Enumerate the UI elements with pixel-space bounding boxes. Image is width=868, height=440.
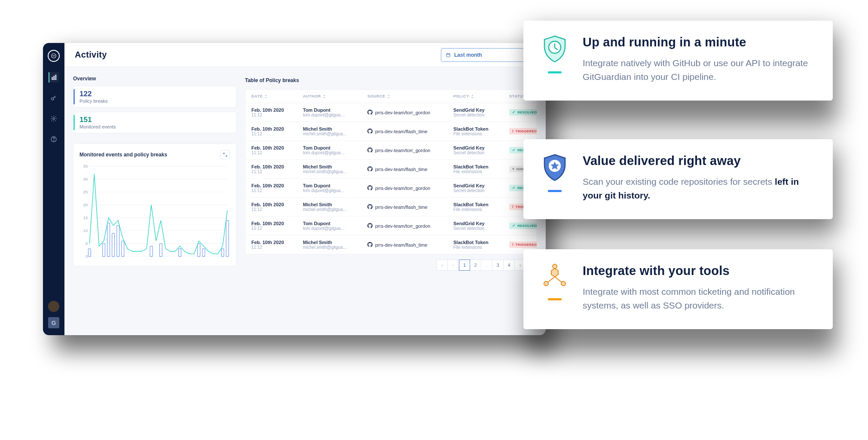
github-icon	[367, 166, 373, 172]
cell-source: prrs-dev-team/torr_gordon	[367, 185, 453, 191]
github-icon	[367, 128, 373, 134]
github-icon	[367, 242, 373, 248]
expand-chart-button[interactable]	[220, 150, 230, 159]
svg-text:5: 5	[86, 241, 88, 246]
cell-policy-sub: Secret detection	[453, 150, 509, 155]
stat-value: 151	[79, 116, 230, 124]
column-header[interactable]: POLICY	[453, 94, 509, 98]
cell-email: tom.dupont@gitgua…	[303, 150, 367, 155]
page-header: Activity Last month ▾	[64, 43, 546, 67]
page-number[interactable]: 3	[492, 260, 504, 271]
period-select[interactable]: Last month ▾	[441, 48, 535, 62]
nav-settings[interactable]	[49, 113, 59, 124]
table-header-row: DATE AUTHOR SOURCE POLICY STATUS	[245, 90, 537, 103]
table-row[interactable]: Feb. 10th 202011:12 Tom Duponttom.dupont…	[245, 179, 537, 198]
svg-text:30: 30	[83, 177, 88, 181]
cell-email: tom.dupont@gitgua…	[303, 113, 367, 117]
status-badge: !TRIGGERED	[509, 128, 537, 134]
cell-policy-sub: File extensions	[453, 131, 509, 136]
nav-activity[interactable]	[49, 72, 59, 82]
table-row[interactable]: Feb. 10th 202011:12 Michel Smithmichel.s…	[245, 235, 537, 254]
workspace-badge[interactable]: G	[48, 317, 59, 328]
cell-date: Feb. 10th 2020	[251, 164, 303, 169]
cell-date: Feb. 10th 2020	[251, 221, 303, 226]
svg-text:0: 0	[86, 254, 88, 259]
svg-point-42	[544, 281, 548, 286]
github-icon	[367, 223, 373, 229]
svg-marker-40	[551, 269, 558, 277]
cell-author: Tom Dupont	[303, 183, 367, 188]
page-number[interactable]: 1	[459, 260, 470, 271]
cell-source: prrs-dev-team/torr_gordon	[367, 147, 453, 153]
policy-breaks-table: DATE AUTHOR SOURCE POLICY STATUS Feb. 10…	[245, 89, 537, 254]
cell-policy-sub: File extensions	[453, 245, 509, 250]
svg-rect-2	[54, 76, 55, 79]
table-row[interactable]: Feb. 10th 202011:12 Michel Smithmichel.s…	[245, 122, 537, 141]
column-header[interactable]: DATE	[251, 94, 303, 98]
cell-date: Feb. 10th 2020	[251, 107, 303, 113]
feature-1-body: Integrate natively with GitHub or use ou…	[583, 56, 815, 83]
cell-policy: SlackBot Token	[453, 202, 509, 207]
nodes-icon	[543, 264, 567, 290]
svg-rect-29	[117, 226, 119, 257]
cell-time: 11:12	[251, 207, 303, 212]
cell-source: prrs-dev-team/flash_time	[367, 166, 453, 172]
svg-rect-3	[55, 75, 56, 80]
stat-card[interactable]: 151 Monitored events	[73, 112, 236, 133]
table-row[interactable]: Feb. 10th 202011:12 Tom Duponttom.dupont…	[245, 103, 537, 122]
cell-email: michel.smith@gitgua…	[303, 245, 367, 250]
nav-help[interactable]	[49, 134, 59, 144]
cell-policy: SendGrid Key	[453, 145, 509, 150]
star-shield-icon	[543, 154, 567, 181]
stat-card[interactable]: 122 Policy breaks	[73, 86, 236, 107]
cell-author: Michel Smith	[303, 240, 367, 245]
svg-rect-1	[52, 77, 53, 79]
cell-email: michel.smith@gitgua…	[303, 169, 367, 174]
svg-text:15: 15	[83, 215, 88, 220]
github-icon	[367, 110, 373, 116]
table-row[interactable]: Feb. 10th 202011:12 Tom Duponttom.dupont…	[245, 217, 537, 235]
period-label: Last month	[454, 52, 482, 58]
page-prev: ‹	[448, 260, 459, 271]
page-number[interactable]: 2	[470, 260, 481, 271]
svg-rect-37	[226, 220, 229, 257]
cell-time: 11:12	[251, 150, 303, 155]
feature-card-3: Integrate with your tools Integrate with…	[523, 249, 833, 329]
cell-author: Tom Dupont	[303, 145, 367, 150]
column-header[interactable]: AUTHOR	[303, 94, 367, 98]
page-number[interactable]: 4	[504, 260, 515, 271]
feature-1-accent	[548, 71, 562, 73]
cell-policy: SendGrid Key	[453, 183, 509, 188]
table-row[interactable]: Feb. 10th 202011:12 Michel Smithmichel.s…	[245, 198, 537, 217]
cell-author: Tom Dupont	[303, 107, 367, 113]
cell-time: 11:12	[251, 113, 303, 117]
cell-author: Michel Smith	[303, 126, 367, 131]
cell-source: prrs-dev-team/torr_gordon	[367, 223, 453, 229]
cell-time: 11:12	[251, 169, 303, 174]
svg-text:20: 20	[83, 202, 88, 207]
status-badge: !TRIGGERED	[509, 241, 537, 248]
table-row[interactable]: Feb. 10th 202011:12 Michel Smithmichel.s…	[245, 160, 537, 179]
cell-policy: SendGrid Key	[453, 221, 509, 226]
page-first: «	[437, 260, 448, 271]
cell-author: Michel Smith	[303, 202, 367, 207]
table-row[interactable]: Feb. 10th 202011:12 Tom Duponttom.dupont…	[245, 141, 537, 160]
stat-value: 122	[79, 90, 230, 98]
cell-policy-sub: File extensions	[453, 207, 509, 212]
svg-point-5	[53, 118, 55, 119]
svg-point-41	[553, 264, 557, 269]
feature-3-title: Integrate with your tools	[583, 264, 815, 278]
svg-rect-35	[202, 249, 205, 257]
cell-policy: SlackBot Token	[453, 164, 509, 169]
nav-keys[interactable]	[49, 93, 59, 103]
column-header[interactable]: SOURCE	[367, 94, 453, 98]
left-column: Overview 122 Policy breaks151 Monitored …	[73, 76, 236, 266]
svg-rect-32	[159, 244, 162, 257]
cell-policy: SlackBot Token	[453, 240, 509, 245]
feature-1-title: Up and running in a minute	[583, 35, 815, 49]
cell-date: Feb. 10th 2020	[251, 145, 303, 150]
user-avatar[interactable]	[48, 301, 59, 312]
feature-card-1: Up and running in a minute Integrate nat…	[523, 21, 833, 101]
cell-policy: SlackBot Token	[453, 126, 509, 131]
feature-2-body: Scan your existing code repositories for…	[583, 175, 815, 202]
